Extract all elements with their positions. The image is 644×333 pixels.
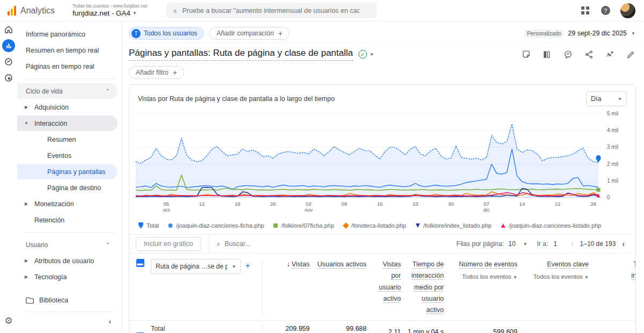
explore-report-icon[interactable] xyxy=(605,50,614,59)
goto-page-input[interactable]: 1 xyxy=(553,240,557,248)
table-search-input[interactable] xyxy=(224,240,289,248)
sidebar-item-retencion[interactable]: Retención xyxy=(17,212,118,228)
svg-text:2 mil: 2 mil xyxy=(607,161,618,167)
chevron-up-icon[interactable]: ⌃ xyxy=(106,242,118,248)
svg-text:05: 05 xyxy=(164,201,170,207)
column-header-2[interactable]: Vistasporusuarioactivo xyxy=(369,259,403,305)
chevron-down-icon: ▼ xyxy=(370,52,374,57)
table-search[interactable]: ⌕ xyxy=(217,240,289,248)
chart-legend: Total/joaquin-diaz-canciones-ficha.php/f… xyxy=(129,221,635,234)
legend-item-total[interactable]: Total xyxy=(138,222,159,229)
pagination-range: 1–10 de 193 xyxy=(580,240,616,248)
sidebar-item-paginas-en-tiempo-real[interactable]: Páginas en tiempo real xyxy=(17,59,118,74)
chevron-down-icon: ▼ xyxy=(631,31,635,36)
account-name: funjdiaz.net - GA4 xyxy=(72,9,130,18)
apps-grid-icon[interactable] xyxy=(580,5,590,16)
legend-item-folklore-index-listado-php[interactable]: /folklore/index_listado.php xyxy=(415,222,492,229)
chevron-up-icon[interactable]: ⌃ xyxy=(106,88,118,94)
sidebar-item-tecnologia[interactable]: ▶Tecnología xyxy=(17,269,118,285)
sidebar-item-resumen[interactable]: Resumen xyxy=(17,132,118,147)
svg-text:oct: oct xyxy=(163,207,170,213)
main-content: T Todos los usuarios Añadir comparación … xyxy=(122,21,644,333)
column-header-5[interactable]: Eventos claveTodos los eventos ▼ xyxy=(519,259,591,280)
legend-item-fonoteca-listado-php[interactable]: /fonoteca-listado.php xyxy=(343,222,406,229)
account-switcher[interactable]: Todas las cuentas › www.funjdiaz.net fun… xyxy=(72,3,147,17)
sidebar-item-adquisicion[interactable]: ▶Adquisición xyxy=(17,99,118,115)
chevron-right-icon[interactable]: ▶ xyxy=(23,274,30,279)
insights-icon[interactable] xyxy=(564,50,573,59)
sidebar-item-ciclo-de-vida[interactable]: Ciclo de vida⌃ xyxy=(17,83,118,99)
sidebar-item-atributos-de-usuario[interactable]: ▶Atributos de usuario xyxy=(17,253,118,269)
sidebar-item-interaccion[interactable]: ▼Interacción xyxy=(17,115,118,131)
row-checkbox[interactable]: ▬ xyxy=(136,259,144,267)
add-to-chart-button[interactable]: Incluir en gráfico xyxy=(136,237,201,251)
advertising-icon[interactable] xyxy=(0,70,17,86)
edit-icon[interactable] xyxy=(626,50,635,59)
all-users-chip-label: Todos los usuarios xyxy=(144,30,197,37)
reports-icon[interactable] xyxy=(0,38,17,54)
sidebar-item-informe-panoramico[interactable]: Informe panorámico xyxy=(17,26,118,42)
chevron-right-icon[interactable]: ▶ xyxy=(23,201,30,206)
dimension-select[interactable]: Ruta de página …se de pantalla ▼ xyxy=(151,259,241,274)
column-header-6[interactable]: Totingr xyxy=(591,259,636,282)
share-icon[interactable] xyxy=(584,50,594,59)
column-header-0[interactable]: ↓Vistas xyxy=(262,259,312,270)
add-filter-chip[interactable]: Añadir filtro + xyxy=(129,66,184,79)
all-users-chip[interactable]: T Todos los usuarios xyxy=(129,27,204,40)
page-title[interactable]: Páginas y pantallas: Ruta de página y cl… xyxy=(129,48,353,61)
timeseries-chart[interactable]: 5 mil4 mil3 mil2 mil1 mil005oct12192602n… xyxy=(130,107,635,221)
collapse-sidebar-icon[interactable]: ‹ xyxy=(17,317,122,325)
metric-filter-select[interactable]: Todos los eventos ▼ xyxy=(519,273,589,280)
add-comparison-chip[interactable]: Añadir comparación + xyxy=(209,27,289,40)
library-label: Biblioteca xyxy=(39,296,68,304)
chevron-right-icon[interactable]: ▶ xyxy=(23,258,30,263)
add-note-icon[interactable] xyxy=(522,50,531,59)
report-status-dropdown[interactable]: ✓ ▼ xyxy=(358,50,374,59)
sidebar-item-eventos[interactable]: Eventos xyxy=(17,148,118,163)
next-page-icon[interactable]: › xyxy=(620,240,627,248)
diamond-icon xyxy=(343,222,349,229)
legend-item-folklore-07ficha-php[interactable]: /folklore/07ficha.php xyxy=(273,222,334,229)
sidebar-item-usuario[interactable]: Usuario⌃ xyxy=(17,237,118,252)
svg-text:07: 07 xyxy=(484,201,489,207)
column-header-1[interactable]: Usuarios activos xyxy=(312,259,369,270)
admin-gear-icon[interactable]: ⚙ xyxy=(0,315,17,327)
legend-item-joaquin-diaz-canciones-ficha-php[interactable]: /joaquin-diaz-canciones-ficha.php xyxy=(167,222,264,229)
prev-page-icon[interactable]: ‹ xyxy=(569,240,576,248)
date-range-picker[interactable]: Personalizado 29 sept-29 dic 2025 ▼ xyxy=(524,30,635,38)
rows-per-page-select[interactable]: 10 ▼ xyxy=(508,240,527,248)
icon-rail: ⚙ xyxy=(0,21,17,333)
sidebar-item-paginas-y-pantallas[interactable]: Páginas y pantallas xyxy=(17,164,118,179)
sidebar-item-monetizacion[interactable]: ▶Monetización xyxy=(17,196,118,212)
rows-per-page-label: Filas por página: xyxy=(457,240,504,248)
sidebar-item-biblioteca[interactable]: Biblioteca xyxy=(17,292,122,308)
add-dimension-icon[interactable]: + xyxy=(245,261,250,270)
help-icon[interactable]: ? xyxy=(600,5,611,16)
folder-icon xyxy=(26,297,34,304)
column-header-3[interactable]: Tiempo deinteracciónmedio porusuarioacti… xyxy=(403,259,446,316)
legend-item-joaquin-diaz-canciones-listado-php[interactable]: /joaquin-diaz-canciones-listado.php xyxy=(500,222,601,229)
metric-filter-select[interactable]: Todos los eventos ▼ xyxy=(446,273,517,280)
avatar[interactable] xyxy=(620,3,635,18)
svg-text:26: 26 xyxy=(270,201,276,207)
sidebar-item-pagina-de-destino[interactable]: Página de destino xyxy=(17,180,118,196)
analytics-logo[interactable]: Analytics xyxy=(0,6,56,16)
chevron-right-icon[interactable]: ▶ xyxy=(23,105,30,110)
global-search[interactable]: ⌕ xyxy=(166,3,377,18)
plus-icon: + xyxy=(278,29,282,38)
home-icon[interactable] xyxy=(0,21,17,38)
total-cell: 1 min y 04 sMedia 0 % xyxy=(403,328,446,333)
sidebar-item-label: Monetización xyxy=(30,200,74,208)
legend-label: Total xyxy=(147,222,159,229)
svg-text:09: 09 xyxy=(341,201,347,207)
chevron-down-icon[interactable]: ▼ xyxy=(23,121,30,126)
report-nav-sidebar: Informe panorámicoResumen en tiempo real… xyxy=(17,21,122,333)
date-range: 29 sept-29 dic 2025 xyxy=(568,30,627,37)
compare-reports-icon[interactable] xyxy=(543,50,552,59)
search-input[interactable] xyxy=(182,7,360,15)
granularity-select[interactable]: Día ▼ xyxy=(586,91,627,106)
chevron-down-icon: ▼ xyxy=(232,264,236,269)
column-header-4[interactable]: Número de eventosTodos los eventos ▼ xyxy=(446,259,519,280)
explore-icon[interactable] xyxy=(0,54,17,70)
sidebar-item-resumen-en-tiempo-real[interactable]: Resumen en tiempo real xyxy=(17,42,118,58)
